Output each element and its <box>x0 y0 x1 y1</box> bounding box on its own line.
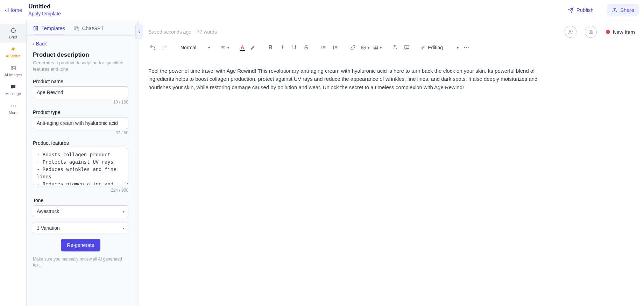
chevron-down-icon: ▾ <box>123 226 125 230</box>
bullet-list-button[interactable] <box>319 43 328 52</box>
image-dropdown[interactable]: ▾ <box>361 45 369 50</box>
svg-point-19 <box>466 47 467 48</box>
dots-icon <box>463 47 469 49</box>
svg-point-20 <box>468 47 469 48</box>
editor-content[interactable]: Feel the power of time travel with Age R… <box>139 56 559 102</box>
table-dropdown[interactable]: ▾ <box>373 45 382 50</box>
rail-item-message[interactable]: Message <box>0 80 26 99</box>
svg-point-10 <box>322 47 322 48</box>
home-label: Home <box>8 7 22 13</box>
paragraph-style-dropdown[interactable]: Normal ▾ <box>179 45 211 50</box>
main-area: Brief AI Writer AI Images Message More <box>0 20 644 306</box>
underline-button[interactable]: U <box>290 43 298 52</box>
link-button[interactable] <box>349 43 357 52</box>
undo-button[interactable] <box>148 43 157 52</box>
panel-tabs: Templates ChatGPT <box>27 20 135 36</box>
align-dropdown[interactable]: ▾ <box>220 45 229 50</box>
panel-scrollbar[interactable] <box>135 20 139 306</box>
highlight-button[interactable] <box>249 43 257 52</box>
new-item-label: New Item <box>613 29 635 35</box>
rail-item-brief[interactable]: Brief <box>0 24 26 43</box>
target-icon <box>10 27 16 34</box>
italic-button[interactable]: I <box>278 43 286 52</box>
message-icon <box>10 84 16 90</box>
product-features-counter: 224 / 900 <box>33 188 128 193</box>
add-collaborator-button[interactable] <box>565 26 576 38</box>
product-name-input[interactable] <box>33 86 128 98</box>
bold-button[interactable]: B <box>266 43 275 52</box>
chevron-down-icon: ▾ <box>227 46 229 50</box>
panel-title: Product description <box>33 51 128 58</box>
tone-value: Awestruck <box>37 208 59 214</box>
bold-icon: B <box>268 44 273 51</box>
status-dot-icon <box>606 30 610 34</box>
editor-area: Saved seconds ago 77 words New Item <box>139 20 644 306</box>
rail-label: More <box>9 111 17 115</box>
clear-format-button[interactable] <box>391 43 399 52</box>
rail-label: AI Writer <box>6 54 21 58</box>
product-type-input[interactable] <box>33 117 128 129</box>
tab-templates[interactable]: Templates <box>33 25 65 35</box>
rail-item-more[interactable]: More <box>0 99 26 118</box>
comment-icon <box>404 45 410 50</box>
dots-icon <box>10 103 16 109</box>
publish-button[interactable]: Publish <box>565 4 597 16</box>
svg-point-8 <box>590 31 592 33</box>
align-left-icon <box>220 45 226 50</box>
document-title: Untitled <box>28 3 61 10</box>
svg-point-6 <box>569 30 571 32</box>
chevron-down-icon: ▾ <box>380 46 382 50</box>
text-color-button[interactable]: A <box>240 44 245 51</box>
redo-button[interactable] <box>160 43 169 52</box>
tab-templates-label: Templates <box>41 25 65 31</box>
status-row: Saved seconds ago 77 words New Item <box>139 20 644 41</box>
product-features-textarea[interactable] <box>33 148 128 185</box>
pencil-icon <box>420 45 425 50</box>
chevron-left-icon: ‹ <box>138 28 140 35</box>
rail-item-ai-images[interactable]: AI Images <box>0 62 26 80</box>
strikethrough-button[interactable]: S <box>302 43 310 52</box>
variation-value: 1 Variation <box>37 225 60 231</box>
back-link[interactable]: ‹ Back <box>33 41 47 47</box>
tab-chatgpt[interactable]: ChatGPT <box>73 25 104 35</box>
comment-button[interactable] <box>403 43 411 52</box>
svg-point-16 <box>362 47 363 48</box>
list-number-icon: 123 <box>333 45 338 50</box>
camera-button[interactable] <box>585 26 597 38</box>
tone-label: Tone <box>33 198 128 203</box>
back-label: Back <box>36 41 47 47</box>
top-bar: ‹ Home Untitled Apply template Publish S… <box>0 0 644 20</box>
rail-label: Brief <box>9 35 17 39</box>
send-icon <box>568 7 574 13</box>
new-item-button[interactable]: New Item <box>606 29 635 35</box>
editor-toolbar: Normal ▾ ▾ A B I U S <box>139 41 644 56</box>
apply-template-link[interactable]: Apply template <box>28 10 61 17</box>
number-list-button[interactable]: 123 <box>331 43 340 52</box>
tab-chatgpt-label: ChatGPT <box>82 25 104 31</box>
variation-select[interactable]: 1 Variation ▾ <box>33 222 128 234</box>
clear-format-icon <box>392 45 398 50</box>
rail-item-ai-writer[interactable]: AI Writer <box>0 43 26 62</box>
svg-point-3 <box>10 106 12 107</box>
link-icon <box>350 45 356 50</box>
collapse-panel-button[interactable]: ‹ <box>135 24 143 38</box>
home-link[interactable]: ‹ Home <box>5 7 22 13</box>
editing-mode-dropdown[interactable]: Editing ▾ <box>420 45 459 50</box>
more-toolbar-button[interactable] <box>462 43 470 52</box>
camera-icon <box>588 29 594 34</box>
svg-point-18 <box>464 47 465 48</box>
chevron-down-icon: ▾ <box>368 46 369 50</box>
regenerate-button[interactable]: Re-generate <box>61 239 101 251</box>
tone-select[interactable]: Awestruck ▾ <box>33 205 128 217</box>
svg-point-9 <box>322 46 322 47</box>
saved-status: Saved seconds ago <box>148 29 191 35</box>
svg-text:3: 3 <box>333 48 334 50</box>
title-block: Untitled Apply template <box>28 3 61 17</box>
italic-icon: I <box>281 44 283 51</box>
product-features-label: Product features <box>33 140 128 146</box>
share-button[interactable]: Share <box>607 4 639 16</box>
user-plus-icon <box>568 29 573 35</box>
bolt-icon <box>10 46 16 52</box>
share-label: Share <box>620 7 634 13</box>
upload-icon <box>612 7 617 13</box>
